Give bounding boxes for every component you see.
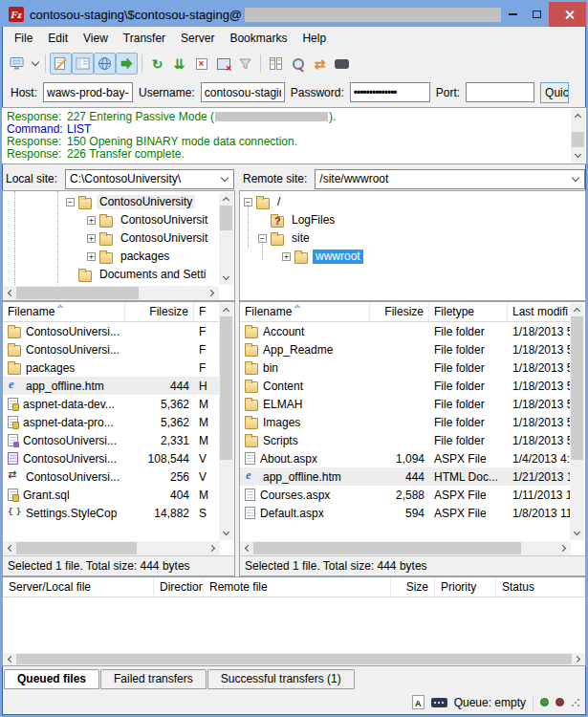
scroll-up-icon[interactable] (570, 303, 584, 316)
quickconnect-button[interactable]: Quickconnect (540, 82, 569, 103)
tree-item[interactable]: − ContosoUniversity (3, 193, 234, 211)
scroll-right-icon[interactable] (572, 652, 585, 666)
column-header-remote-file[interactable]: Remote file (204, 577, 391, 597)
file-row[interactable]: Images File folder 1/18/2013 5 (240, 413, 571, 431)
menu-file[interactable]: File (7, 29, 40, 48)
tab-queued-files[interactable]: Queued files (4, 669, 99, 689)
site-manager-dropdown[interactable] (29, 53, 41, 75)
menu-edit[interactable]: Edit (40, 29, 76, 48)
scroll-right-icon[interactable] (206, 286, 219, 300)
tree-item[interactable]: + ContosoUniversit (3, 211, 234, 229)
scroll-up-icon[interactable] (571, 109, 585, 122)
remote-site-combobox[interactable]: /site/wwwroot (315, 169, 585, 189)
file-row[interactable]: ContosoUniversi... F (3, 322, 220, 340)
toggle-remote-tree-button[interactable] (94, 53, 116, 75)
file-row[interactable]: Settings.StyleCop 14,882 S (3, 504, 220, 522)
scroll-thumb[interactable] (16, 542, 137, 554)
file-row[interactable]: aspnet-data-pro... 5,362 M (3, 413, 220, 431)
scroll-up-icon[interactable] (219, 303, 233, 316)
local-list-scrollbar[interactable] (219, 303, 233, 540)
column-header-last-modified[interactable]: Last modifi (508, 302, 571, 321)
resize-grip-icon[interactable] (571, 698, 580, 707)
tree-item-label[interactable]: ContosoUniversit (118, 213, 210, 228)
file-row-selected[interactable]: app_offline.htm 444 HTML Doc... 1/21/201… (240, 467, 571, 486)
column-header-filename[interactable]: Filename (3, 302, 125, 321)
file-row[interactable]: About.aspx 1,094 ASPX File 1/4/2013 4: (240, 449, 571, 467)
file-row[interactable]: aspnet-data-dev... 5,362 M (3, 395, 220, 413)
remote-list-hscrollbar[interactable] (240, 541, 571, 555)
tree-item[interactable]: + ContosoUniversit (3, 229, 234, 248)
column-header-priority[interactable]: Priority (435, 577, 496, 597)
tree-item[interactable]: Documents and Setti (3, 266, 234, 284)
port-input[interactable] (466, 82, 534, 102)
scroll-up-icon[interactable] (219, 192, 233, 206)
column-header-size[interactable]: Size (391, 577, 435, 597)
file-row[interactable]: bin File folder 1/18/2013 5 (240, 358, 571, 377)
tree-item-label[interactable]: Documents and Setti (97, 268, 208, 282)
ascii-data-type-icon[interactable] (412, 695, 425, 709)
host-input[interactable] (43, 82, 133, 102)
file-row[interactable]: ELMAH File folder 1/18/2013 5 (240, 395, 571, 413)
scroll-thumb[interactable] (220, 206, 232, 230)
password-input[interactable] (350, 82, 430, 102)
tree-item-label[interactable]: ContosoUniversit (118, 231, 210, 246)
tree-item-label[interactable]: / (274, 195, 283, 209)
expand-icon[interactable]: + (87, 216, 96, 225)
tree-item[interactable]: + packages (3, 248, 234, 266)
expand-icon[interactable]: + (282, 252, 291, 261)
toggle-local-tree-button[interactable] (72, 53, 94, 75)
menu-server[interactable]: Server (173, 29, 222, 48)
scroll-thumb[interactable] (572, 132, 584, 147)
file-row[interactable]: Grant.sql 404 M (3, 486, 220, 504)
file-row[interactable]: Default.aspx 594 ASPX File 1/8/2013 11 (240, 504, 571, 522)
scroll-thumb[interactable] (16, 654, 572, 664)
tree-item-label[interactable]: ContosoUniversity (97, 195, 195, 209)
process-queue-button[interactable]: ⇊ (168, 53, 190, 75)
tree-item[interactable]: LogFiles (240, 211, 585, 229)
menu-transfer[interactable]: Transfer (116, 29, 173, 48)
file-row[interactable]: ContosoUniversi... 2,331 M (3, 431, 220, 449)
local-tree-scrollbar[interactable] (219, 192, 233, 285)
scroll-right-icon[interactable] (207, 541, 220, 555)
scroll-left-icon[interactable] (240, 541, 253, 555)
scroll-thumb[interactable] (253, 542, 521, 554)
disconnect-button[interactable] (212, 53, 234, 75)
speed-limits-icon[interactable] (431, 698, 447, 707)
tree-item-label[interactable]: site (289, 231, 313, 246)
directory-comparison-button[interactable] (265, 53, 287, 75)
file-row[interactable]: ContosoUniversi... 256 V (3, 467, 220, 486)
local-list-hscrollbar[interactable] (3, 541, 220, 555)
tree-item[interactable]: + wwwroot (240, 248, 585, 266)
maximize-button[interactable] (525, 2, 549, 27)
toggle-transfer-queue-button[interactable] (116, 53, 138, 75)
cancel-operation-button[interactable]: × (190, 53, 212, 75)
collapse-icon[interactable]: − (66, 198, 75, 206)
menu-bookmarks[interactable]: Bookmarks (222, 29, 294, 48)
file-row[interactable]: Content File folder 1/18/2013 5 (240, 377, 571, 395)
scroll-thumb[interactable] (16, 287, 139, 299)
site-manager-button[interactable] (7, 53, 29, 75)
file-row[interactable]: Account File folder 1/18/2013 5 (240, 322, 571, 340)
file-row[interactable]: Courses.aspx 2,588 ASPX File 1/11/2013 1 (240, 486, 571, 504)
tab-failed-transfers[interactable]: Failed transfers (100, 669, 207, 689)
column-header-server-local-file[interactable]: Server/Local file (3, 577, 154, 597)
scroll-down-icon[interactable] (219, 527, 233, 540)
file-row-selected[interactable]: app_offline.htm 444 H (3, 377, 220, 395)
scroll-left-icon[interactable] (3, 286, 16, 300)
column-header-filesize[interactable]: Filesize (125, 302, 194, 321)
local-site-combobox[interactable]: C:\ContosoUniversity\ (65, 169, 234, 189)
scroll-down-icon[interactable] (219, 272, 233, 285)
scroll-thumb[interactable] (571, 316, 583, 460)
scroll-thumb[interactable] (220, 316, 232, 460)
close-button[interactable] (549, 2, 588, 27)
expand-icon[interactable]: + (87, 234, 96, 243)
file-row[interactable]: ContosoUniversi... F (3, 340, 220, 358)
column-header-filetype[interactable]: F (194, 302, 220, 321)
column-header-direction[interactable]: Direction (154, 577, 204, 597)
scroll-left-icon[interactable] (3, 652, 16, 666)
refresh-button[interactable]: ↻ (146, 53, 168, 75)
tree-item-label[interactable]: LogFiles (289, 213, 338, 228)
file-row[interactable]: packages F (3, 358, 220, 377)
scroll-left-icon[interactable] (3, 541, 16, 555)
tree-item[interactable]: − / (240, 193, 585, 211)
